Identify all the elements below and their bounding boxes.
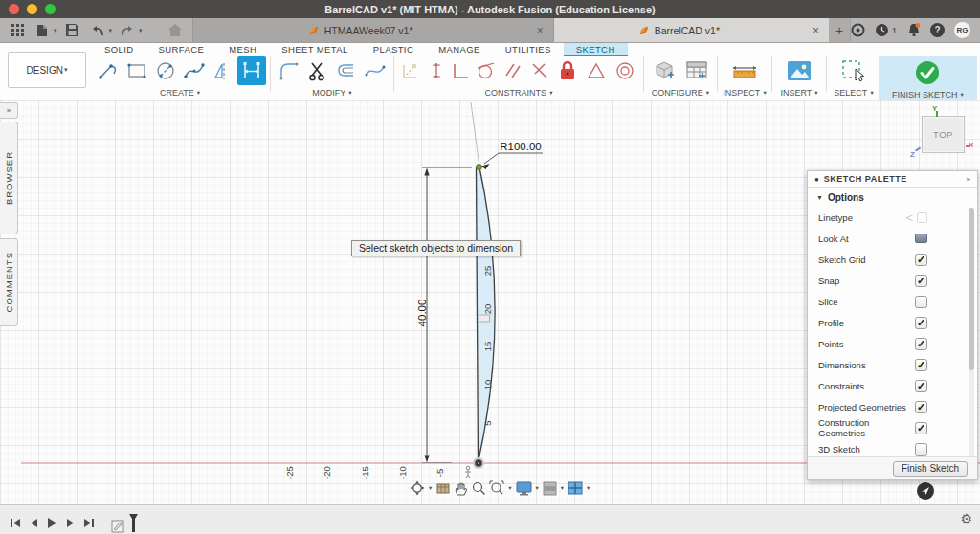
design-workspace-dropdown[interactable]: DESIGN ▾ xyxy=(8,52,86,88)
vertical-dimension-icon[interactable] xyxy=(423,56,448,85)
orbit-icon[interactable] xyxy=(410,480,425,496)
minimize-window-button[interactable] xyxy=(27,4,37,14)
triangle-constraint-icon[interactable] xyxy=(582,56,611,85)
look-at-icon[interactable] xyxy=(435,481,451,495)
viewports-icon[interactable] xyxy=(568,481,583,495)
constraints-checkbox[interactable]: ✓ xyxy=(915,380,927,392)
snap-checkbox[interactable]: ✓ xyxy=(915,275,927,287)
coincident-constraint-icon[interactable] xyxy=(448,56,473,85)
assistant-bubble-icon[interactable] xyxy=(917,482,934,500)
grid-settings-icon[interactable] xyxy=(543,481,557,496)
display-caret[interactable]: ▾ xyxy=(536,484,539,492)
grid-caret[interactable]: ▾ xyxy=(561,484,564,492)
fillet-tool-icon[interactable] xyxy=(275,56,303,85)
avatar[interactable]: RG xyxy=(954,22,970,38)
job-status-icon[interactable] xyxy=(875,23,889,37)
sketch-dimension-tool-icon[interactable] xyxy=(237,56,266,85)
scale-constraint-icon[interactable] xyxy=(398,56,423,85)
tangent-constraint-icon[interactable] xyxy=(473,56,500,85)
document-tab-active[interactable]: BarrelCAD v1* × xyxy=(554,18,829,42)
orbit-caret[interactable]: ▾ xyxy=(429,484,432,492)
expand-panel-button[interactable]: » xyxy=(0,102,18,119)
finish-sketch-button[interactable]: Finish Sketch xyxy=(893,461,968,477)
configuration-cube-icon[interactable] xyxy=(648,56,680,85)
viewports-caret[interactable]: ▾ xyxy=(587,484,590,492)
tab-manage[interactable]: MANAGE xyxy=(426,43,493,56)
modify-group-label[interactable]: MODIFY▾ xyxy=(312,88,351,98)
height-dimension-value[interactable]: 40.00 xyxy=(416,300,428,327)
redo-caret[interactable]: ▾ xyxy=(139,27,143,34)
extensions-icon[interactable] xyxy=(851,23,865,37)
tab-surface[interactable]: SURFACE xyxy=(146,43,217,56)
constraints-group-label[interactable]: CONSTRAINTS▾ xyxy=(485,88,553,98)
slice-checkbox[interactable]: ✓ xyxy=(915,296,927,308)
viewcube-face-label[interactable]: TOP xyxy=(933,129,953,140)
parallel-constraint-icon[interactable] xyxy=(500,56,526,85)
select-tool-icon[interactable] xyxy=(831,56,877,85)
new-tab-button[interactable]: + xyxy=(829,18,851,42)
undo-icon[interactable] xyxy=(88,21,107,40)
look-at-button-icon[interactable] xyxy=(915,234,927,243)
insert-group-label[interactable]: INSERT▾ xyxy=(780,88,817,98)
file-menu-caret[interactable]: ▾ xyxy=(54,27,57,34)
mirror-tool-icon[interactable] xyxy=(209,56,237,85)
palette-collapse-icon[interactable]: » xyxy=(967,175,970,184)
comments-panel-tab[interactable]: COMMENTS xyxy=(0,238,18,326)
timeline-step-forward-icon[interactable] xyxy=(66,518,75,528)
spline-tool-icon[interactable] xyxy=(180,56,209,85)
construction-geometries-checkbox[interactable]: ✓ xyxy=(915,422,927,434)
radius-dimension-value[interactable]: R100.00 xyxy=(500,141,541,152)
close-window-button[interactable] xyxy=(9,4,19,14)
fit-caret[interactable]: ▾ xyxy=(508,484,511,492)
offset-tool-icon[interactable] xyxy=(332,56,361,85)
linetype-box-icon[interactable] xyxy=(917,212,927,223)
3d-sketch-checkbox[interactable]: ✓ xyxy=(915,443,927,456)
profile-checkbox[interactable]: ✓ xyxy=(915,317,927,329)
tab-utilities[interactable]: UTILITIES xyxy=(493,43,564,56)
notifications-bell-icon[interactable] xyxy=(906,23,921,37)
browser-panel-tab[interactable]: BROWSER xyxy=(0,122,18,234)
rectangle-tool-icon[interactable] xyxy=(122,56,151,85)
sketch-grid-checkbox[interactable]: ✓ xyxy=(915,254,927,266)
tab-sheet-metal[interactable]: SHEET METAL xyxy=(269,43,361,56)
settings-gear-icon[interactable]: ⚙ xyxy=(960,511,972,526)
help-icon[interactable]: ? xyxy=(930,23,945,37)
viewcube[interactable]: TOP xyxy=(922,116,965,153)
tab-mesh[interactable]: MESH xyxy=(216,43,269,56)
timeline-sketch-feature-icon[interactable] xyxy=(111,519,125,533)
redo-icon[interactable] xyxy=(118,21,137,40)
insert-image-icon[interactable] xyxy=(776,56,822,85)
timeline-position-marker[interactable] xyxy=(128,513,139,533)
close-tab-icon[interactable]: × xyxy=(537,24,544,37)
document-tab-inactive[interactable]: HTMAAWeek07 v1* × xyxy=(192,18,554,42)
finish-sketch-icon[interactable] xyxy=(906,58,948,87)
undo-caret[interactable]: ▾ xyxy=(109,27,113,34)
points-checkbox[interactable]: ✓ xyxy=(915,338,927,350)
perpendicular-constraint-icon[interactable] xyxy=(526,56,553,85)
linetype-spline-icon[interactable]: < xyxy=(905,211,913,225)
palette-header[interactable]: ● SKETCH PALETTE » xyxy=(808,171,977,188)
concentric-constraint-icon[interactable] xyxy=(611,56,639,85)
dimensions-checkbox[interactable]: ✓ xyxy=(915,359,927,371)
create-group-label[interactable]: CREATE▾ xyxy=(160,88,200,98)
line-tool-icon[interactable] xyxy=(94,56,122,85)
zoom-window-button[interactable] xyxy=(45,4,56,14)
tab-solid[interactable]: SOLID xyxy=(92,43,146,56)
sketch-viewport[interactable]: 40.00 R100.00 25 20 15 10 5 -25 -20 -15 … xyxy=(0,100,980,504)
home-icon[interactable] xyxy=(166,21,185,40)
save-icon[interactable] xyxy=(63,21,82,40)
zoom-icon[interactable] xyxy=(471,480,486,496)
sketch-point-top[interactable] xyxy=(477,165,482,170)
timeline-step-back-icon[interactable] xyxy=(30,518,38,528)
configure-group-label[interactable]: CONFIGURE▾ xyxy=(652,88,709,98)
palette-scrollbar-thumb[interactable] xyxy=(969,208,974,370)
timeline-skip-end-icon[interactable] xyxy=(83,518,95,528)
fit-view-icon[interactable] xyxy=(489,480,504,496)
configuration-table-icon[interactable] xyxy=(680,56,713,85)
tab-plastic[interactable]: PLASTIC xyxy=(361,43,426,56)
app-launcher-icon[interactable] xyxy=(8,21,27,40)
inspect-group-label[interactable]: INSPECT▾ xyxy=(723,88,766,98)
lock-constraint-icon[interactable] xyxy=(553,56,582,85)
circle-tool-icon[interactable] xyxy=(151,56,180,85)
close-tab-icon[interactable]: × xyxy=(813,24,819,37)
